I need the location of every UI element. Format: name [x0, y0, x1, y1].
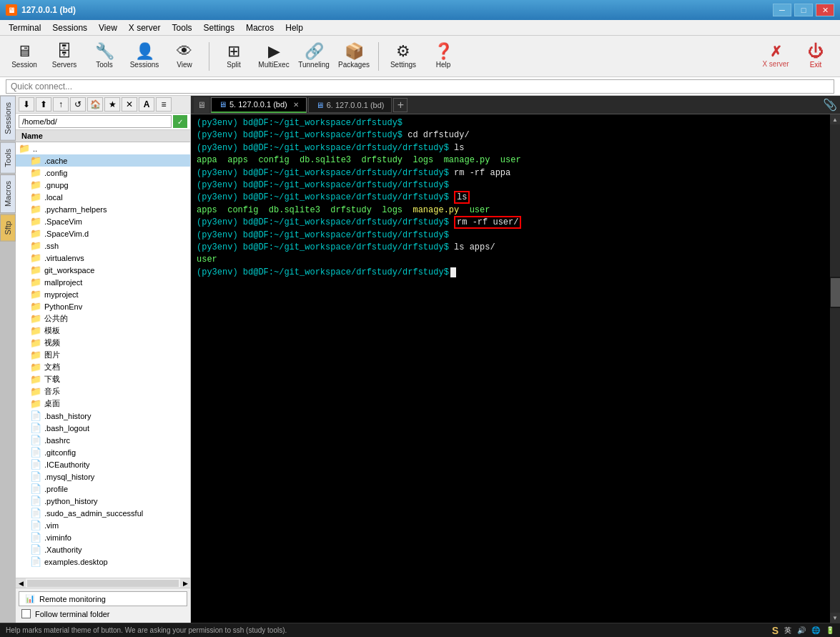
- menu-xserver[interactable]: X server: [123, 21, 167, 34]
- toolbar-sessions-button[interactable]: 👤 Sessions: [126, 39, 163, 74]
- remote-monitoring-button[interactable]: 📊 Remote monitoring: [19, 591, 187, 606]
- scroll-right-button[interactable]: ▶: [180, 578, 190, 588]
- menu-view[interactable]: View: [93, 21, 123, 34]
- file-list[interactable]: 📁 .. 📁 .cache 📁 .config 📁 .gnupg 📁: [16, 142, 190, 578]
- horizontal-scrollbar[interactable]: ◀ ▶: [16, 578, 190, 588]
- list-item[interactable]: 📁 .config: [16, 167, 190, 179]
- list-item[interactable]: 📁 文档: [16, 361, 190, 373]
- toolbar-exit-label: Exit: [810, 61, 822, 69]
- tab-5-127[interactable]: 🖥 5. 127.0.0.1 (bd) ✕: [211, 97, 307, 113]
- list-item[interactable]: 📄 .ICEauthority: [16, 458, 190, 470]
- file-name: .sudo_as_admin_successful: [44, 509, 143, 518]
- list-item[interactable]: 📄 .python_history: [16, 495, 190, 507]
- menu-help[interactable]: Help: [280, 21, 309, 34]
- menu-tools[interactable]: Tools: [167, 21, 198, 34]
- tab-5-close[interactable]: ✕: [293, 101, 299, 109]
- list-item[interactable]: 📁 PythonEnv: [16, 300, 190, 312]
- scroll-up-button[interactable]: ▲: [830, 114, 840, 124]
- list-item[interactable]: 📄 .bashrc: [16, 434, 190, 446]
- tab-6-127[interactable]: 🖥 6. 127.0.0.1 (bd): [308, 97, 392, 113]
- list-item[interactable]: 📁 模板: [16, 325, 190, 337]
- file-btn-bookmark[interactable]: ★: [104, 97, 120, 112]
- macros-side-tab[interactable]: Macros: [0, 174, 16, 213]
- add-tab-button[interactable]: +: [393, 98, 407, 112]
- path-ok-button[interactable]: ✓: [173, 115, 187, 128]
- list-item[interactable]: 📄 .mysql_history: [16, 470, 190, 483]
- list-item[interactable]: 📁 视频: [16, 337, 190, 349]
- list-item[interactable]: 📁 公共的: [16, 312, 190, 325]
- list-item[interactable]: 📁 mallproject: [16, 276, 190, 288]
- terminal-output[interactable]: (py3env) bd@DF:~/git_workspace/drfstudy$…: [191, 114, 840, 623]
- terminal-scrollbar[interactable]: ▲ ▼: [830, 114, 840, 623]
- list-item[interactable]: 📁 .pycharm_helpers: [16, 203, 190, 215]
- list-item[interactable]: 📁 .ssh: [16, 240, 190, 252]
- terminal-panel: 🖥 🖥 5. 127.0.0.1 (bd) ✕ 🖥 6. 127.0.0.1 (…: [191, 96, 840, 623]
- list-item[interactable]: 📁 .gnupg: [16, 179, 190, 191]
- file-btn-down[interactable]: ⬇: [19, 97, 34, 112]
- toolbar-xserver-button[interactable]: ✗ X server: [757, 39, 794, 74]
- toolbar-packages-button[interactable]: 📦 Packages: [335, 39, 372, 74]
- toolbar-tools-button[interactable]: 🔧 Tools: [86, 39, 123, 74]
- menu-macros[interactable]: Macros: [240, 21, 280, 34]
- sessions-side-tab[interactable]: Sessions: [0, 96, 16, 141]
- list-item[interactable]: 📁 myproject: [16, 288, 190, 300]
- sessions-icon: 👤: [135, 44, 154, 59]
- quick-connect-input[interactable]: [6, 79, 834, 94]
- maximize-button[interactable]: □: [794, 4, 813, 16]
- folder-icon: 📁: [30, 398, 41, 409]
- file-btn-refresh[interactable]: ↺: [70, 97, 86, 112]
- scroll-left-button[interactable]: ◀: [16, 578, 26, 588]
- list-item[interactable]: 📄 .profile: [16, 483, 190, 495]
- list-item[interactable]: 📁 桌面: [16, 397, 190, 410]
- toolbar-multiexec-button[interactable]: ▶ MultiExec: [255, 39, 292, 74]
- list-item[interactable]: 📄 .sudo_as_admin_successful: [16, 507, 190, 519]
- menu-terminal[interactable]: Terminal: [3, 21, 46, 34]
- toolbar-exit-button[interactable]: ⏻ Exit: [797, 39, 834, 74]
- list-item[interactable]: 📁 音乐: [16, 385, 190, 397]
- list-item[interactable]: 📁 git_workspace: [16, 264, 190, 276]
- file-btn-delete[interactable]: ✕: [122, 97, 137, 112]
- file-btn-parent[interactable]: ↑: [53, 97, 69, 112]
- file-btn-filter[interactable]: ≡: [156, 97, 172, 112]
- toolbar-help-button[interactable]: ❓ Help: [425, 39, 462, 74]
- list-item[interactable]: 📁 .SpaceVim.d: [16, 227, 190, 240]
- tools-side-tab[interactable]: Tools: [0, 142, 16, 174]
- session-icon: 🖥: [16, 44, 32, 59]
- file-btn-font[interactable]: A: [139, 97, 154, 112]
- minimize-button[interactable]: ─: [773, 4, 791, 16]
- list-item[interactable]: 📄 .gitconfig: [16, 446, 190, 458]
- file-btn-up[interactable]: ⬆: [36, 97, 51, 112]
- list-item[interactable]: 📄 .bash_logout: [16, 422, 190, 434]
- toolbar-split-button[interactable]: ⊞ Split: [215, 39, 252, 74]
- path-input[interactable]: [19, 115, 172, 128]
- list-item[interactable]: 📄 .bash_history: [16, 410, 190, 422]
- file-icon: 📄: [30, 410, 41, 421]
- list-item[interactable]: 📁 .SpaceVim: [16, 215, 190, 227]
- toolbar-settings-button[interactable]: ⚙ Settings: [385, 39, 422, 74]
- list-item[interactable]: 📁 ..: [16, 142, 190, 154]
- toolbar-view-button[interactable]: 👁 View: [166, 39, 203, 74]
- list-item[interactable]: 📄 examples.desktop: [16, 555, 190, 568]
- toolbar-servers-button[interactable]: 🗄 Servers: [46, 39, 83, 74]
- sftp-side-tab[interactable]: Sftp: [0, 214, 16, 242]
- list-item[interactable]: 📁 .local: [16, 191, 190, 203]
- list-item[interactable]: 📁 图片: [16, 349, 190, 361]
- list-item[interactable]: 📁 .virtualenvs: [16, 252, 190, 264]
- toolbar-tunneling-button[interactable]: 🔗 Tunneling: [295, 39, 332, 74]
- scroll-down-button[interactable]: ▼: [830, 613, 840, 623]
- file-btn-home[interactable]: 🏠: [87, 97, 103, 112]
- menu-sessions[interactable]: Sessions: [46, 21, 93, 34]
- file-name: .local: [44, 193, 63, 202]
- follow-terminal-checkbox[interactable]: [21, 609, 31, 618]
- list-item[interactable]: 📄 .Xauthority: [16, 543, 190, 555]
- menu-settings[interactable]: Settings: [198, 21, 240, 34]
- list-item[interactable]: 📁 .cache: [16, 154, 190, 167]
- list-item[interactable]: 📁 下载: [16, 373, 190, 385]
- follow-terminal-option[interactable]: Follow terminal folder: [19, 606, 187, 620]
- toolbar-sessions-label: Sessions: [130, 61, 159, 69]
- list-item[interactable]: 📄 .viminfo: [16, 531, 190, 543]
- folder-icon: 📁: [30, 277, 41, 287]
- toolbar-session-button[interactable]: 🖥 Session: [6, 39, 43, 74]
- list-item[interactable]: 📄 .vim: [16, 519, 190, 531]
- close-button[interactable]: ✕: [816, 4, 834, 16]
